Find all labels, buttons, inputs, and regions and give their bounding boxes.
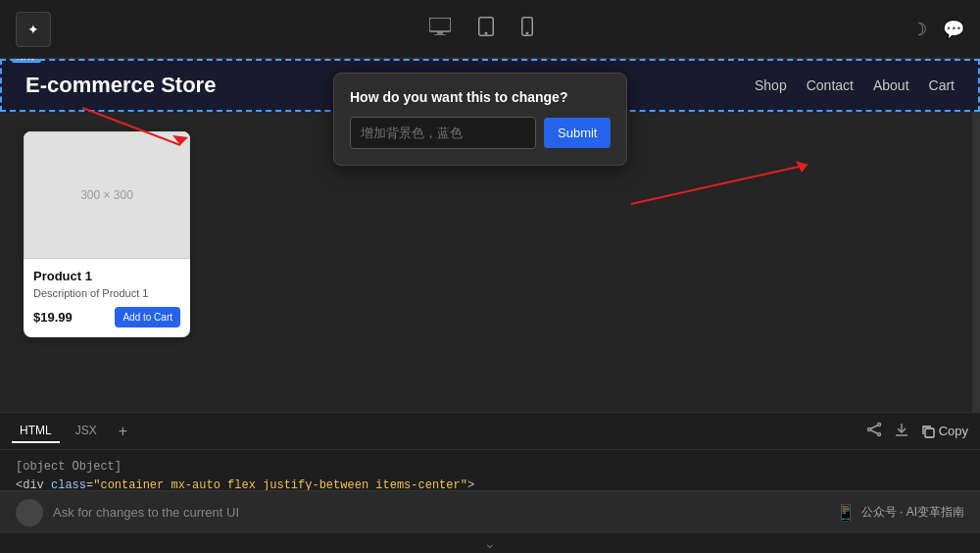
product-image: 300 × 300 (24, 131, 190, 259)
dark-mode-button[interactable]: ☽ (911, 19, 927, 40)
code-line-1: [object Object] (16, 458, 964, 477)
bottom-tabs-bar: HTML JSX + (0, 413, 980, 450)
code-line-2: <div class="container mx-auto flex justi… (16, 477, 964, 490)
svg-point-6 (526, 32, 528, 34)
add-tab-button[interactable]: + (113, 421, 133, 442)
ask-input-area: Ask for changes to the current UI (16, 499, 239, 527)
svg-rect-2 (434, 34, 446, 35)
scroll-indicator: ⌄ (0, 533, 980, 553)
desktop-view-button[interactable] (425, 14, 455, 44)
nav-brand: E-commerce Store (25, 73, 216, 98)
tab-html[interactable]: HTML (12, 420, 60, 443)
ask-avatar (16, 499, 43, 527)
change-input[interactable] (350, 117, 536, 149)
wechat-icon: 📱 (836, 503, 856, 522)
desktop-icon (429, 18, 451, 35)
chat-icon: 💬 (943, 20, 964, 39)
copy-icon (921, 425, 935, 438)
tab-jsx[interactable]: JSX (68, 420, 105, 443)
change-submit-button[interactable]: Submit (544, 118, 611, 148)
svg-point-4 (485, 32, 487, 34)
product-footer: $19.99 Add to Cart (33, 307, 180, 327)
svg-point-13 (877, 433, 880, 436)
share-icon[interactable] (866, 422, 882, 440)
svg-rect-18 (925, 428, 934, 437)
moon-icon: ☽ (911, 20, 927, 39)
mobile-icon (521, 17, 533, 36)
nav-links: Shop Contact About Cart (755, 77, 955, 93)
bottom-tabs-right: Copy (866, 422, 968, 440)
svg-rect-0 (429, 18, 451, 31)
toolbar-right: ☽ 💬 (911, 19, 964, 40)
preview-area: NAV E-commerce Store Shop Contact About … (0, 59, 980, 412)
ask-bar: Ask for changes to the current UI 📱 公众号 … (0, 490, 980, 533)
tablet-icon (478, 17, 494, 36)
product-description: Description of Product 1 (33, 287, 180, 299)
svg-point-12 (867, 428, 870, 431)
nav-link-about[interactable]: About (873, 77, 909, 93)
change-popup: How do you want this to change? Submit (333, 73, 627, 166)
cursor-icon: ✦ (27, 22, 39, 37)
add-to-cart-button[interactable]: Add to Cart (115, 307, 180, 327)
watermark-text: 公众号 · AI变革指南 (861, 504, 964, 521)
nav-badge: NAV (12, 59, 41, 63)
svg-point-11 (877, 424, 880, 427)
copy-button[interactable]: Copy (921, 424, 968, 438)
nav-link-contact[interactable]: Contact (807, 77, 854, 93)
chat-button[interactable]: 💬 (943, 19, 964, 40)
download-icon[interactable] (894, 422, 909, 440)
top-toolbar: ✦ ☽ 💬 (0, 0, 980, 59)
chevron-down-icon: ⌄ (484, 535, 496, 551)
product-info: Product 1 Description of Product 1 $19.9… (24, 259, 190, 337)
nav-link-shop[interactable]: Shop (755, 77, 787, 93)
nav-link-cart[interactable]: Cart (929, 77, 955, 93)
change-popup-title: How do you want this to change? (350, 89, 611, 105)
product-name: Product 1 (33, 269, 180, 283)
mobile-view-button[interactable] (517, 13, 537, 45)
product-card: 300 × 300 Product 1 Description of Produ… (24, 131, 190, 337)
svg-rect-1 (437, 31, 443, 34)
product-price: $19.99 (33, 310, 73, 325)
change-popup-input-row: Submit (350, 117, 611, 149)
cursor-tool-button[interactable]: ✦ (16, 12, 51, 47)
svg-line-15 (870, 430, 877, 433)
svg-line-14 (870, 426, 877, 428)
tablet-view-button[interactable] (474, 13, 498, 45)
toolbar-center (425, 13, 537, 45)
ask-placeholder-text[interactable]: Ask for changes to the current UI (53, 505, 239, 520)
toolbar-left: ✦ (16, 12, 51, 47)
code-area: [object Object] <div class="container mx… (0, 450, 980, 490)
bottom-panel: HTML JSX + (0, 412, 980, 553)
watermark: 📱 公众号 · AI变革指南 (836, 503, 964, 522)
bottom-tabs-left: HTML JSX + (12, 420, 133, 443)
copy-label: Copy (939, 424, 968, 438)
